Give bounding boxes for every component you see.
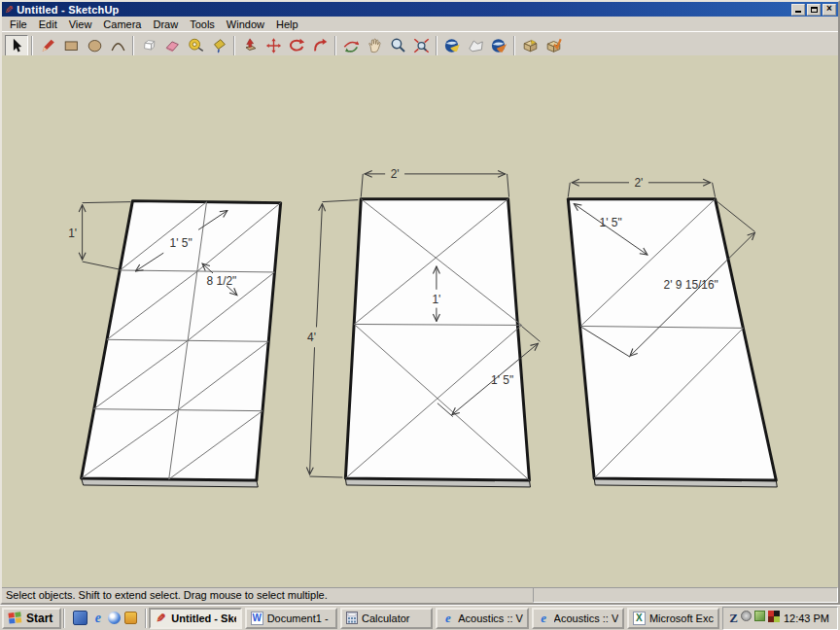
tape-measure-tool[interactable] <box>184 35 207 56</box>
place-model-icon <box>490 37 508 54</box>
zoom-extents-tool[interactable] <box>409 35 433 56</box>
clock[interactable]: 12:43 PM <box>784 612 829 624</box>
menu-tools[interactable]: Tools <box>184 18 221 31</box>
toolbar-separator <box>31 36 33 55</box>
dimension-label: 2' 9 15/16" <box>664 278 718 292</box>
taskbar-task-6[interactable]: XMicrosoft Excel - Co... <box>627 608 719 629</box>
measurements-box[interactable] <box>533 587 838 603</box>
internet-explorer-icon: e <box>441 612 454 624</box>
toolbar-separator <box>334 36 336 55</box>
scheduler-icon[interactable] <box>124 612 137 624</box>
internet-explorer-icon[interactable]: e <box>91 612 104 624</box>
paint-bucket-icon <box>210 37 228 54</box>
start-button[interactable]: Start <box>2 608 61 629</box>
menu-view[interactable]: View <box>63 18 98 31</box>
minimize-button[interactable] <box>791 4 805 16</box>
share-models-icon <box>544 37 563 54</box>
menubar: FileEditViewCameraDrawToolsWindowHelp <box>2 17 838 31</box>
status-text: Select objects. Shift to extend select. … <box>2 587 533 603</box>
dimension-label: 2' <box>634 176 643 190</box>
taskbar-task-4[interactable]: eAcoustics :: View to... <box>436 608 528 629</box>
google-earth-tool[interactable] <box>440 35 464 56</box>
calculator-icon <box>346 612 358 624</box>
eraser-icon <box>163 37 182 54</box>
dimension-label: 2' <box>391 167 400 181</box>
taskbar-task-5[interactable]: eAcoustics :: View to... <box>532 608 624 629</box>
media-player-icon[interactable] <box>108 612 121 624</box>
tray-color-grid-icon[interactable] <box>768 611 780 626</box>
task-label: Acoustics :: View to... <box>458 612 522 624</box>
app-launcher-icon[interactable] <box>73 611 88 625</box>
drawing-canvas[interactable]: 1' 1' 5" 8 1/2" <box>2 55 838 587</box>
task-label: Untitled - Sketch... <box>171 612 235 624</box>
menu-help[interactable]: Help <box>270 18 304 31</box>
dimension-label: 1' 5" <box>170 236 192 250</box>
taskbar-task-3[interactable]: Calculator <box>340 608 433 629</box>
excel-icon: X <box>633 612 646 625</box>
tray-green-utility-icon[interactable] <box>754 611 765 626</box>
model-view[interactable]: 1' 1' 5" 8 1/2" <box>2 55 838 587</box>
tray-status-circle-icon[interactable] <box>741 611 752 626</box>
close-icon: × <box>826 4 832 14</box>
taskbar-task-2[interactable]: WDocument1 - Micros... <box>245 608 337 629</box>
circle-tool[interactable] <box>83 35 106 56</box>
arc-icon <box>109 37 127 54</box>
get-models-tool[interactable] <box>518 35 542 56</box>
paint-bucket-tool[interactable] <box>207 35 230 56</box>
taskbar: Start e ✎Untitled - Sketch...WDocument1 … <box>0 605 840 630</box>
menu-file[interactable]: File <box>4 18 33 31</box>
rotate-tool[interactable] <box>285 35 308 56</box>
circle-icon <box>86 37 104 54</box>
orbit-tool[interactable] <box>339 35 363 56</box>
line-icon <box>39 37 57 54</box>
menu-window[interactable]: Window <box>221 18 270 31</box>
eraser-tool[interactable] <box>160 35 184 56</box>
get-models-icon <box>521 37 540 54</box>
make-component-tool[interactable] <box>137 35 160 56</box>
zoom-icon <box>389 37 407 54</box>
dimension-label: 1' 5" <box>491 373 513 387</box>
rectangle-tool[interactable] <box>59 35 83 56</box>
select-tool[interactable] <box>5 35 28 56</box>
close-button[interactable]: × <box>822 4 836 16</box>
toolbar-separator <box>233 36 235 55</box>
follow-me-tool[interactable] <box>308 35 332 56</box>
pan-tool[interactable] <box>363 35 386 56</box>
line-tool[interactable] <box>36 35 59 56</box>
toggle-terrain-tool[interactable] <box>464 35 487 56</box>
menu-camera[interactable]: Camera <box>97 18 147 31</box>
taskbar-task-1[interactable]: ✎Untitled - Sketch... <box>149 608 241 629</box>
tray-zonealarm-icon[interactable]: Z <box>729 611 738 626</box>
push-pull-icon <box>241 37 260 54</box>
panel-middle[interactable] <box>345 199 530 487</box>
dimension-label: 4' <box>307 331 316 344</box>
titlebar[interactable]: ✎ Untitled - SketchUp × <box>2 2 838 17</box>
restore-button[interactable] <box>807 4 821 16</box>
menu-draw[interactable]: Draw <box>147 18 184 31</box>
orbit-icon <box>342 37 361 54</box>
arc-tool[interactable] <box>106 35 129 56</box>
task-buttons: ✎Untitled - Sketch...WDocument1 - Micros… <box>149 608 722 629</box>
task-label: Calculator <box>362 612 410 624</box>
place-model-tool[interactable] <box>487 35 510 56</box>
task-label: Microsoft Excel - Co... <box>649 612 714 624</box>
dimension-label: 8 1/2" <box>207 274 237 288</box>
move-tool[interactable] <box>262 35 285 56</box>
rectangle-icon <box>62 37 81 54</box>
tray-icons: Z <box>729 611 780 626</box>
toggle-terrain-icon <box>467 37 485 54</box>
zoom-tool[interactable] <box>386 35 409 56</box>
move-icon <box>264 37 283 54</box>
toolbar-separator <box>436 36 438 55</box>
toolbar-separator <box>132 36 134 55</box>
quick-launch: e <box>67 611 143 625</box>
taskbar-divider <box>145 609 147 628</box>
zoom-extents-icon <box>412 37 431 54</box>
dimension-label: 1' <box>68 227 77 240</box>
dimension-label: 1' 5" <box>600 216 622 229</box>
follow-me-icon <box>311 37 330 54</box>
share-models-tool[interactable] <box>542 35 565 56</box>
menu-edit[interactable]: Edit <box>33 18 63 31</box>
sketchup-pencil-icon: ✎ <box>3 5 14 14</box>
push-pull-tool[interactable] <box>238 35 262 56</box>
